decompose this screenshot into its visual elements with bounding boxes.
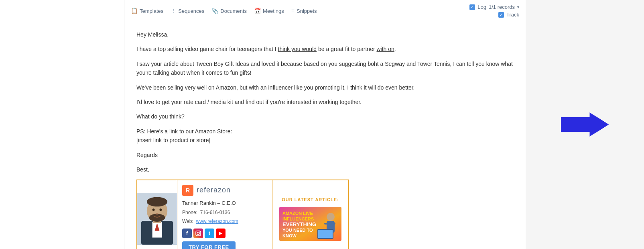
snippets-icon: ≡ — [291, 8, 295, 14]
ps-line1: PS: Here's a link to our Amazon Store: — [136, 128, 232, 135]
templates-button[interactable]: 📋 Templates — [131, 8, 163, 14]
greeting: Hey Melissa, — [136, 30, 514, 39]
twitter-icon[interactable]: t — [205, 229, 214, 238]
phone-label: Phone: — [182, 210, 197, 215]
para5: What do you think? — [136, 112, 514, 121]
with-on-link: with on — [376, 46, 394, 52]
latest-article-label: OUR LATEST ARTICLE: — [282, 196, 339, 204]
phone-value: 716-616-0136 — [200, 210, 230, 215]
email-body: Hey Melissa, I have a top selling video … — [124, 22, 526, 249]
blue-arrow — [561, 112, 609, 137]
para1: I have a top selling video game chair fo… — [136, 45, 514, 53]
svg-point-8 — [152, 208, 155, 211]
email-text: Hey Melissa, I have a top selling video … — [136, 30, 514, 249]
log-row: Log 1/1 records ▾ — [469, 4, 519, 10]
ps-line2: [insert link to product or store] — [136, 137, 210, 143]
try-for-free-button[interactable]: TRY FOR FREE — [182, 241, 236, 249]
log-checkbox[interactable] — [469, 4, 475, 10]
best: Best, — [136, 165, 514, 174]
records-label: 1/1 records — [489, 4, 515, 10]
track-checkbox[interactable] — [498, 12, 504, 18]
social-icons: f t ▶ — [182, 229, 267, 238]
meetings-label: Meetings — [263, 8, 284, 14]
sequences-icon: ⋮ — [171, 8, 176, 14]
templates-icon: 📋 — [131, 8, 138, 14]
youtube-icon[interactable]: ▶ — [216, 229, 226, 238]
sig-avatar-section — [137, 180, 177, 249]
toolbar-left: 📋 Templates ⋮ Sequences 📎 Documents 📅 Me… — [131, 8, 317, 14]
main-content: 📋 Templates ⋮ Sequences 📎 Documents 📅 Me… — [124, 0, 526, 249]
records-dropdown-arrow[interactable]: ▾ — [517, 5, 519, 9]
para4: I'd love to get your rate card / media k… — [136, 98, 514, 106]
svg-text:EVERYTHING: EVERYTHING — [282, 221, 316, 227]
sequences-label: Sequences — [178, 8, 204, 14]
think-you-would-link: think you would — [278, 46, 317, 52]
sig-article-section: OUR LATEST ARTICLE: — [272, 180, 348, 249]
svg-point-10 — [156, 213, 158, 214]
svg-rect-25 — [331, 223, 335, 225]
instagram-icon[interactable] — [193, 229, 203, 238]
track-row: Track — [498, 12, 519, 18]
sig-phone: Phone: 716-616-0136 — [182, 209, 267, 216]
article-banner: AMAZON LIVE INFLUENCERS EVERYTHING YOU N… — [279, 207, 341, 241]
meetings-icon: 📅 — [254, 8, 261, 14]
svg-rect-27 — [318, 230, 333, 238]
documents-label: Documents — [220, 8, 247, 14]
sig-name: Tanner Rankin – C.E.O — [182, 199, 267, 208]
right-arrow-area — [526, 0, 644, 249]
svg-point-22 — [327, 213, 335, 221]
svg-point-9 — [159, 208, 162, 211]
snippets-label: Snippets — [297, 8, 317, 14]
referazon-logo: R referazon — [182, 184, 267, 196]
toolbar: 📋 Templates ⋮ Sequences 📎 Documents 📅 Me… — [124, 0, 526, 22]
para3: We've been selling very well on Amazon, … — [136, 83, 514, 92]
track-label: Track — [506, 12, 519, 18]
meetings-button[interactable]: 📅 Meetings — [254, 8, 284, 14]
signature-block: R referazon Tanner Rankin – C.E.O Phone:… — [136, 180, 349, 249]
svg-text:INFLUENCERS: INFLUENCERS — [282, 216, 314, 221]
avatar — [137, 193, 177, 245]
svg-text:YOU NEED TO: YOU NEED TO — [282, 228, 313, 233]
sig-web: Web: www.referazon.com — [182, 218, 267, 225]
svg-point-15 — [199, 232, 200, 233]
web-url-link[interactable]: www.referazon.com — [196, 218, 238, 224]
regards: Regards — [136, 151, 514, 159]
para6: PS: Here's a link to our Amazon Store: [… — [136, 127, 514, 145]
svg-rect-24 — [324, 223, 328, 225]
documents-icon: 📎 — [211, 8, 218, 14]
sig-contact-section: R referazon Tanner Rankin – C.E.O Phone:… — [177, 180, 272, 249]
left-sidebar — [0, 0, 124, 249]
svg-text:AMAZON LIVE: AMAZON LIVE — [282, 211, 313, 216]
svg-text:R: R — [186, 187, 190, 194]
svg-point-14 — [197, 232, 199, 235]
snippets-button[interactable]: ≡ Snippets — [291, 8, 317, 14]
log-label: Log — [477, 4, 486, 10]
web-label: Web: — [182, 218, 193, 224]
documents-button[interactable]: 📎 Documents — [211, 8, 247, 14]
toolbar-right: Log 1/1 records ▾ Track — [469, 4, 519, 18]
templates-label: Templates — [140, 8, 163, 14]
facebook-icon[interactable]: f — [182, 229, 192, 238]
para2: I saw your article about Tween Boy Gift … — [136, 59, 514, 78]
svg-point-6 — [147, 197, 167, 206]
logo-icon: R — [182, 185, 193, 196]
logo-text: referazon — [197, 184, 231, 196]
sequences-button[interactable]: ⋮ Sequences — [171, 8, 204, 14]
svg-text:KNOW: KNOW — [282, 233, 297, 238]
